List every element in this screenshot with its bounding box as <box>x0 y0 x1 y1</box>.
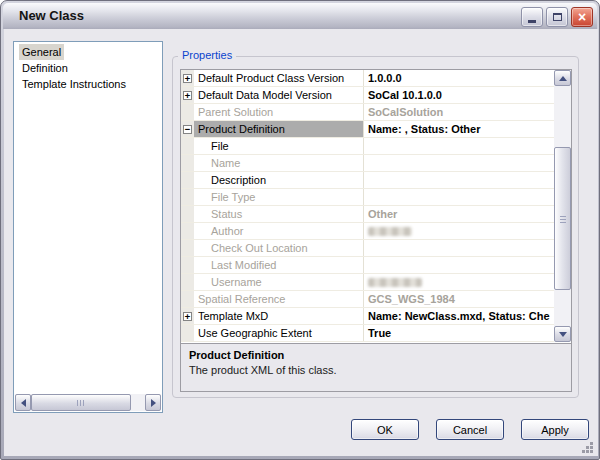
arrow-down-icon <box>559 332 567 337</box>
property-value-cell[interactable]: 1.0.0.0 <box>364 70 554 86</box>
row-gutter <box>181 240 194 256</box>
property-name-cell[interactable]: Default Data Model Version <box>194 87 364 103</box>
property-name-cell[interactable]: Spatial Reference <box>194 291 364 307</box>
vertical-scrollbar <box>554 70 571 342</box>
property-value-cell[interactable]: Name: , Status: Other <box>364 121 554 137</box>
properties-group-label: Properties <box>178 49 236 61</box>
property-name-cell[interactable]: Template MxD <box>194 308 364 324</box>
property-name-cell[interactable]: Author <box>194 223 364 239</box>
property-row-last-modified: Last Modified <box>181 257 554 274</box>
scroll-right-button[interactable] <box>145 394 161 411</box>
property-row-status: StatusOther <box>181 206 554 223</box>
scroll-down-button[interactable] <box>554 326 571 342</box>
close-icon: × <box>578 10 586 24</box>
row-gutter <box>181 223 194 239</box>
property-value-cell[interactable] <box>364 138 554 154</box>
property-value: Name: , Status: Other <box>368 123 480 135</box>
dialog-new-class: New Class × GeneralDefinitionTemplate In… <box>0 0 600 460</box>
property-value-cell[interactable] <box>364 240 554 256</box>
scroll-left-button[interactable] <box>15 394 31 411</box>
redacted-value <box>368 278 422 287</box>
property-value-cell[interactable] <box>364 257 554 273</box>
apply-button[interactable]: Apply <box>521 419 589 440</box>
horizontal-scrollbar <box>15 394 161 411</box>
property-name-cell[interactable]: File <box>194 138 364 154</box>
property-name-cell[interactable]: Username <box>194 274 364 290</box>
list-item-general[interactable]: General <box>19 44 64 60</box>
property-name-cell[interactable]: Last Modified <box>194 257 364 273</box>
property-value: True <box>368 327 391 339</box>
property-name-cell[interactable]: Description <box>194 172 364 188</box>
list-item-definition[interactable]: Definition <box>19 60 71 76</box>
property-value-cell[interactable]: Name: NewClass.mxd, Status: Che <box>364 308 554 324</box>
property-name-cell[interactable]: Parent Solution <box>194 104 364 120</box>
ok-button[interactable]: OK <box>351 419 419 440</box>
property-value: Other <box>368 208 397 220</box>
list-item-template-instructions[interactable]: Template Instructions <box>19 76 129 92</box>
expand-icon[interactable]: + <box>183 312 192 321</box>
arrow-left-icon <box>21 399 26 407</box>
property-row-description: Description <box>181 172 554 189</box>
expand-icon[interactable]: + <box>183 91 192 100</box>
property-name-cell[interactable]: File Type <box>194 189 364 205</box>
row-gutter <box>181 172 194 188</box>
property-value-cell[interactable]: SoCalSolution <box>364 104 554 120</box>
property-name-cell[interactable]: Product Definition <box>194 121 364 137</box>
property-value-cell[interactable] <box>364 172 554 188</box>
property-row-template-mxd: +Template MxDName: NewClass.mxd, Status:… <box>181 308 554 325</box>
vertical-scroll-track[interactable] <box>554 86 571 326</box>
row-gutter <box>181 325 194 341</box>
grip-icon <box>77 400 86 406</box>
arrow-right-icon <box>151 399 156 407</box>
property-value-cell[interactable] <box>364 223 554 239</box>
window-title: New Class <box>19 8 84 23</box>
row-gutter <box>181 274 194 290</box>
window-controls: × <box>521 7 593 27</box>
maximize-button[interactable] <box>546 7 568 27</box>
vertical-scroll-thumb[interactable] <box>554 147 571 290</box>
scroll-up-button[interactable] <box>554 70 571 86</box>
property-name-cell[interactable]: Name <box>194 155 364 171</box>
property-row-spatial-reference: Spatial ReferenceGCS_WGS_1984 <box>181 291 554 308</box>
row-gutter: − <box>181 121 194 137</box>
row-gutter <box>181 104 194 120</box>
property-help-panel: Product Definition The product XML of th… <box>181 343 571 391</box>
property-value-cell[interactable]: GCS_WGS_1984 <box>364 291 554 307</box>
property-value: 1.0.0.0 <box>368 72 402 84</box>
expand-icon[interactable]: + <box>183 74 192 83</box>
minimize-button[interactable] <box>521 7 543 27</box>
property-value-cell[interactable] <box>364 155 554 171</box>
property-row-file-type: File Type <box>181 189 554 206</box>
collapse-icon[interactable]: − <box>183 125 192 134</box>
property-name-cell[interactable]: Default Product Class Version <box>194 70 364 86</box>
property-value-cell[interactable]: Other <box>364 206 554 222</box>
horizontal-scroll-track[interactable] <box>31 394 145 411</box>
list-row: Template Instructions <box>15 76 161 92</box>
close-button[interactable]: × <box>571 7 593 27</box>
row-gutter: + <box>181 70 194 86</box>
horizontal-scroll-thumb[interactable] <box>31 394 131 411</box>
resize-grip[interactable] <box>581 441 594 454</box>
row-gutter <box>181 291 194 307</box>
property-value-cell[interactable]: SoCal 10.1.0.0 <box>364 87 554 103</box>
property-value-cell[interactable] <box>364 274 554 290</box>
property-value-cell[interactable]: True <box>364 325 554 341</box>
minimize-icon <box>528 20 536 23</box>
property-name-cell[interactable]: Status <box>194 206 364 222</box>
property-row-author: Author <box>181 223 554 240</box>
property-grid-rows: +Default Product Class Version1.0.0.0+De… <box>181 70 554 342</box>
property-value-cell[interactable] <box>364 189 554 205</box>
help-description: The product XML of this class. <box>189 364 563 376</box>
row-gutter <box>181 155 194 171</box>
property-value: Name: NewClass.mxd, Status: Che <box>368 310 550 322</box>
row-gutter: + <box>181 308 194 324</box>
help-title: Product Definition <box>189 349 563 361</box>
property-row-use-geographic-extent: Use Geographic ExtentTrue <box>181 325 554 342</box>
property-row-product-definition: −Product DefinitionName: , Status: Other <box>181 121 554 138</box>
title-bar[interactable]: New Class × <box>3 3 597 29</box>
cancel-button[interactable]: Cancel <box>436 419 504 440</box>
property-name-cell[interactable]: Use Geographic Extent <box>194 325 364 341</box>
list-row: General <box>15 44 161 60</box>
property-name-cell[interactable]: Check Out Location <box>194 240 364 256</box>
row-gutter <box>181 257 194 273</box>
